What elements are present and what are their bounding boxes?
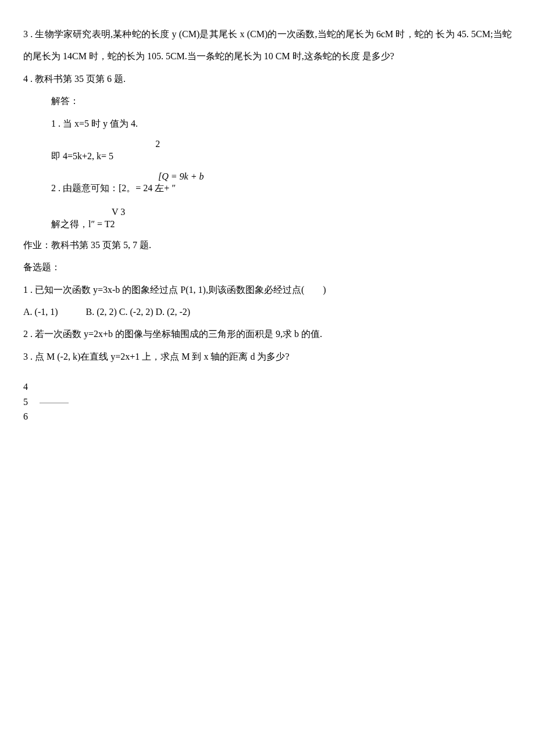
answer-heading: 解答： — [23, 90, 512, 112]
equation-text: 即 4=5k+2, k= 5 — [51, 151, 512, 163]
solution-upper: V 3 — [51, 206, 512, 218]
solution-text: 解之得，l″ = T2 — [51, 218, 512, 231]
optional-heading: 备选题： — [23, 256, 512, 278]
problem-4: 4 . 教科书第 35 页第 6 题. — [23, 68, 512, 90]
equation-top: [Q = 9k + b — [51, 171, 512, 183]
optional-q3: 3 . 点 M (-2, k)在直线 y=2x+1 上，求点 M 到 x 轴的距… — [23, 346, 512, 368]
list-num-6: 6 — [23, 409, 512, 424]
optional-q1: 1 . 已知一次函数 y=3x-b 的图象经过点 P(1, 1),则该函数图象必… — [23, 279, 512, 301]
answer-1-equation: 2 即 4=5k+2, k= 5 — [23, 138, 512, 163]
optional-q2: 2 . 若一次函数 y=2x+b 的图像与坐标轴围成的三角形的面积是 9,求 b… — [23, 323, 512, 345]
optional-q1-choices: A. (-1, 1) B. (2, 2) C. (-2, 2) D. (2, -… — [23, 301, 512, 323]
list-num-5: 5 — [23, 395, 512, 410]
answer-2-equation-block: [Q = 9k + b 2 . 由题意可知：[2。= 24 左+ ″ — [23, 171, 512, 195]
fraction-numerator: 2 — [51, 138, 512, 151]
answer-1-line1: 1 . 当 x=5 时 y 值为 4. — [23, 113, 512, 135]
homework: 作业：教科书第 35 页第 5, 7 题. — [23, 234, 512, 256]
underline-decoration — [40, 403, 69, 403]
answer-2-text: 2 . 由题意可知：[2。= 24 左+ ″ — [51, 182, 512, 195]
solution-block: V 3 解之得，l″ = T2 — [23, 206, 512, 231]
problem-3: 3 . 生物学家研究表明,某种蛇的长度 y (CM)是其尾长 x (CM)的一次… — [23, 23, 512, 68]
list-num-4: 4 — [23, 379, 512, 395]
